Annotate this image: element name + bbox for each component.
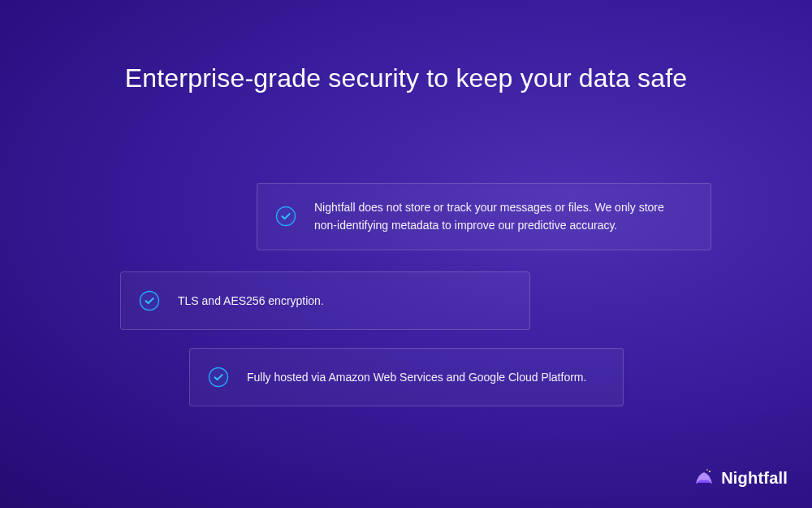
svg-point-3 xyxy=(709,471,710,472)
security-slide: Enterprise-grade security to keep your d… xyxy=(0,0,812,508)
page-title: Enterprise-grade security to keep your d… xyxy=(0,63,812,93)
security-card-hosting: Fully hosted via Amazon Web Services and… xyxy=(189,348,624,406)
check-icon xyxy=(208,367,229,388)
svg-point-4 xyxy=(706,469,708,471)
check-icon xyxy=(139,290,160,311)
security-card-no-storage: Nightfall does not store or track your m… xyxy=(257,183,711,250)
svg-point-2 xyxy=(209,368,228,387)
check-icon xyxy=(275,206,296,227)
card-text: Fully hosted via Amazon Web Services and… xyxy=(247,368,602,386)
svg-point-0 xyxy=(277,207,296,226)
brand-name: Nightfall xyxy=(721,469,788,488)
card-text: Nightfall does not store or track your m… xyxy=(314,198,689,235)
nightfall-logo-icon xyxy=(693,467,715,488)
security-card-encryption: TLS and AES256 encryption. xyxy=(120,271,530,330)
card-text: TLS and AES256 encryption. xyxy=(178,292,508,310)
brand: Nightfall xyxy=(693,467,788,488)
svg-point-1 xyxy=(140,292,159,310)
